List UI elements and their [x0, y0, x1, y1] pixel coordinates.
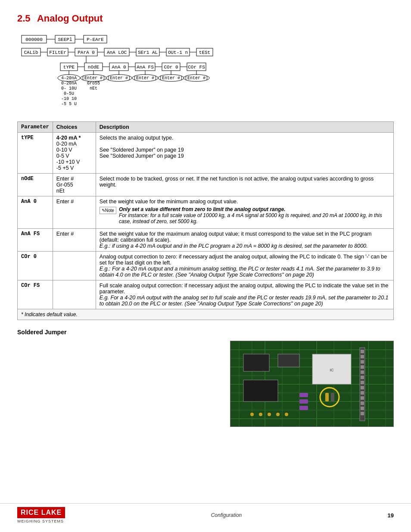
desc-anafs: Set the weight value for the maximum ana… — [96, 229, 393, 252]
param-ana0: AnA 0 — [18, 196, 53, 229]
svg-rect-107 — [361, 412, 364, 415]
svg-rect-103 — [361, 391, 364, 395]
svg-text:-10  10: -10 10 — [61, 96, 77, 101]
svg-text:SEEPl: SEEPl — [58, 37, 72, 42]
choices-node: Enter # Gr-055 nEt — [53, 174, 96, 196]
svg-text:(Enter #): (Enter #) — [107, 76, 131, 81]
desc-text: Selects the analog output type. — [100, 135, 390, 141]
svg-text:(Enter #): (Enter #) — [185, 76, 208, 81]
desc-text: Analog output correction to zero: if nec… — [100, 254, 390, 266]
svg-rect-98 — [361, 365, 364, 369]
svg-rect-110 — [331, 393, 334, 401]
svg-rect-101 — [361, 381, 364, 384]
choice-item: 0-10 V — [56, 147, 92, 153]
svg-text:AnA LOC: AnA LOC — [107, 50, 127, 55]
svg-rect-93 — [243, 380, 278, 401]
desc-italic: E.g.: if using a 4-20 mA output and in t… — [100, 243, 390, 249]
footer-center-text: Configuration — [211, 512, 242, 518]
page-footer: RICE LAKE WEIGHING SYSTEMS Configuration… — [0, 503, 411, 523]
svg-rect-109 — [325, 393, 329, 401]
table-row: COr FS Full scale analog output correcti… — [18, 280, 394, 309]
svg-rect-99 — [361, 370, 364, 374]
table-footer: * Indicates default value. — [18, 309, 394, 320]
svg-text:0-20nA: 0-20nA — [61, 81, 77, 86]
svg-text:000000: 000000 — [25, 37, 43, 42]
svg-rect-100 — [361, 376, 364, 379]
logo-text: RICE LAKE — [21, 509, 62, 516]
svg-rect-104 — [361, 396, 364, 400]
param-type: tYPE — [18, 133, 53, 174]
svg-text:CALib: CALib — [24, 50, 38, 55]
choice-item: 0-5 V — [56, 153, 92, 159]
svg-text:nEt: nEt — [90, 86, 97, 91]
param-corfs: COr FS — [18, 280, 53, 309]
svg-text:(Enter #): (Enter #) — [134, 76, 157, 81]
param-cor0: COr 0 — [18, 252, 53, 280]
svg-text:FILtEr: FILtEr — [49, 50, 66, 55]
choices-anafs: Enter # — [53, 229, 96, 252]
note-normal: For instance: for a full scale value of … — [119, 212, 390, 224]
svg-text:tYPE: tYPE — [63, 65, 75, 70]
svg-text:nOdE: nOdE — [88, 65, 100, 70]
choices-type: 4-20 mA * 0-20 mA 0-10 V 0-5 V -10 +10 V… — [53, 133, 96, 174]
svg-rect-106 — [361, 407, 364, 410]
svg-text:(Enter #): (Enter #) — [159, 76, 183, 81]
note-bold: Only set a value different from zero to … — [119, 206, 390, 212]
svg-rect-114 — [299, 399, 308, 404]
soldered-text — [17, 341, 221, 427]
footer-note-text: * Indicates default value. — [21, 311, 78, 317]
desc-type: Selects the analog output type. See "Sol… — [96, 133, 393, 174]
footer-page-number: 19 — [388, 512, 394, 519]
table-row: tYPE 4-20 mA * 0-20 mA 0-10 V 0-5 V -10 … — [18, 133, 394, 174]
choice-item: nEt — [56, 188, 92, 194]
svg-text:COr 0: COr 0 — [164, 65, 178, 70]
note-text: Only set a value different from zero to … — [119, 206, 390, 224]
table-row: nOdE Enter # Gr-055 nEt Select mode to b… — [18, 174, 394, 196]
desc-text: Set the weight value for the maximum ana… — [100, 231, 390, 243]
svg-rect-113 — [299, 393, 308, 397]
table-header-desc: Description — [96, 122, 393, 133]
svg-text:OUt-1 n: OUt-1 n — [168, 50, 188, 55]
svg-text:IC: IC — [330, 368, 334, 372]
svg-point-118 — [268, 413, 271, 416]
svg-text:SEr1 AL: SEr1 AL — [138, 50, 158, 55]
soldered-content: IC — [17, 341, 394, 427]
desc-text: See "Soldered Jumper" on page 19 — [100, 147, 390, 153]
soldered-title: Soldered Jumper — [17, 329, 394, 336]
soldered-section: Soldered Jumper — [17, 329, 394, 427]
svg-text:Gro55: Gro55 — [87, 81, 100, 86]
svg-point-119 — [276, 413, 280, 416]
table-row: COr 0 Analog output correction to zero: … — [18, 252, 394, 280]
desc-node: Select mode to be tracked, gross or net.… — [96, 174, 393, 196]
choice-item: -5 +5 V — [56, 165, 92, 171]
svg-rect-91 — [243, 354, 269, 371]
svg-text:AnA FS: AnA FS — [137, 65, 154, 70]
svg-text:PArA 0: PArA 0 — [78, 50, 95, 55]
svg-rect-95 — [361, 350, 364, 353]
note-icon: ✎Note — [100, 207, 116, 214]
pcb-image: IC — [230, 341, 394, 427]
svg-text:COr FS: COr FS — [188, 65, 205, 70]
svg-rect-92 — [278, 354, 299, 367]
logo-subtitle: WEIGHING SYSTEMS — [17, 519, 64, 523]
choice-default: 4-20 mA * — [56, 135, 81, 141]
desc-text: See "Soldered Jumper" on page 19 — [100, 153, 390, 159]
desc-italic: E.g.: For a 4-20 mA output and a minimum… — [100, 266, 390, 278]
flowchart-area: 000000 SEEPl P-EArE CALib FILtEr PArA 0 … — [17, 32, 394, 113]
parameter-table: Parameter Choices Description tYPE 4-20 … — [17, 121, 394, 320]
svg-rect-105 — [361, 401, 364, 405]
svg-text:tESt: tESt — [199, 50, 210, 55]
choice-item: 0-20 mA — [56, 141, 92, 147]
svg-text:P-EArE: P-EArE — [87, 37, 104, 42]
svg-text:4-20nA: 4-20nA — [61, 76, 77, 81]
svg-text:AnA 0: AnA 0 — [112, 65, 126, 70]
section-title: 2.5 Analog Output — [17, 13, 394, 24]
table-footer-row: * Indicates default value. — [18, 309, 394, 320]
table-row: AnA 0 Enter # Set the weight value for t… — [18, 196, 394, 229]
desc-text: Set the weight value for the minimum ana… — [100, 199, 390, 205]
table-row: AnA FS Enter # Set the weight value for … — [18, 229, 394, 252]
logo-area: RICE LAKE WEIGHING SYSTEMS — [17, 507, 65, 523]
desc-ana0: Set the weight value for the minimum ana… — [96, 196, 393, 229]
note-box: ✎Note Only set a value different from ze… — [100, 206, 390, 224]
desc-corfs: Full scale analog output correction: if … — [96, 280, 393, 309]
